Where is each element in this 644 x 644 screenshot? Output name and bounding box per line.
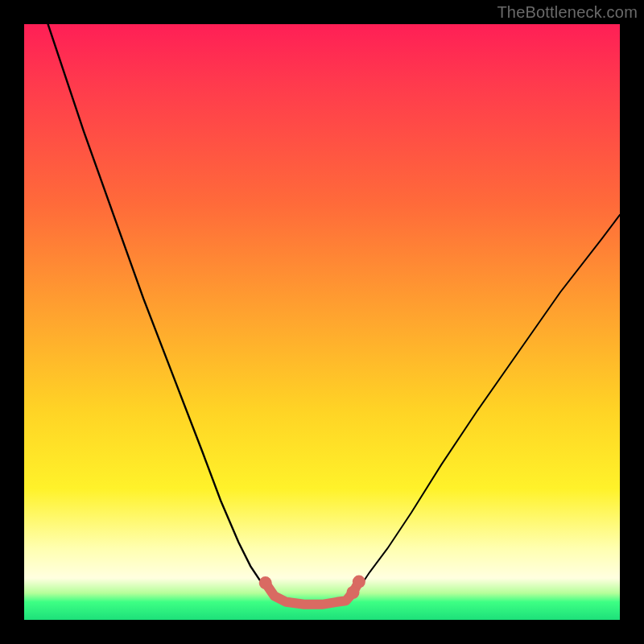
chart-frame: TheBottleneck.com <box>0 0 644 644</box>
valley-bead <box>259 576 272 589</box>
valley-highlight-line <box>266 582 359 605</box>
plot-area <box>24 24 620 620</box>
curve-layer <box>48 24 620 605</box>
watermark-text: TheBottleneck.com <box>497 3 638 22</box>
left-branch-line <box>48 24 281 602</box>
right-branch-line <box>346 215 620 602</box>
chart-svg <box>24 24 620 620</box>
valley-bead <box>347 586 360 599</box>
valley-bead <box>353 576 365 588</box>
